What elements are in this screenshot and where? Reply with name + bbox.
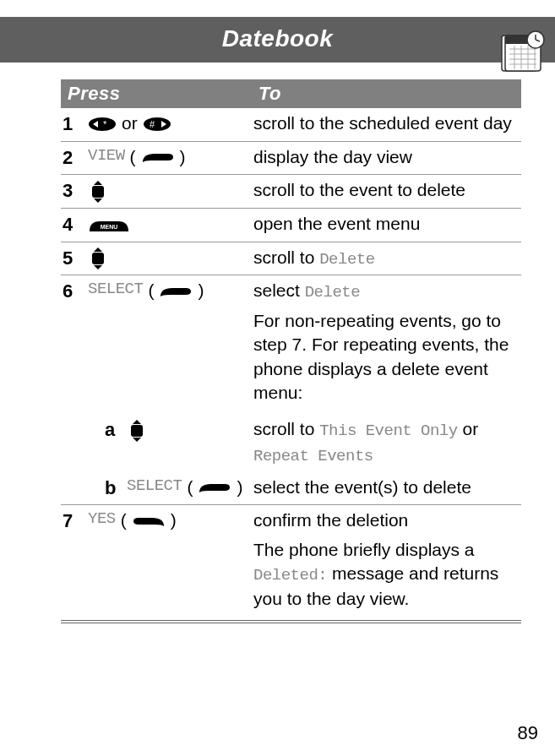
table-sub-row: b SELECT ( ) select the event(s) to dele… [61, 472, 521, 506]
svg-text:*: * [103, 119, 107, 129]
code-text: Delete [305, 283, 360, 302]
code-text: This Event Only [319, 422, 458, 440]
svg-marker-24 [94, 247, 102, 252]
to-cell: select Delete For non-repeating events, … [253, 279, 521, 410]
table-row: 7 YES ( ) confirm the deletion The phone… [61, 505, 521, 620]
sub-step-letter: b [105, 476, 127, 501]
page-number: 89 [518, 722, 538, 744]
step-number: 7 [61, 509, 88, 616]
extra-text: The phone briefly displays a Deleted: me… [253, 538, 518, 611]
step-number: 1 [61, 111, 88, 137]
svg-marker-29 [133, 438, 141, 442]
to-cell: select the event(s) to delete [253, 476, 521, 501]
to-text: scroll to [253, 247, 319, 267]
instruction-table: Press To 1 * or # scroll to the schedule… [0, 63, 555, 623]
step-number: 2 [61, 145, 88, 171]
open-paren: ( [130, 145, 136, 169]
press-cell: YES ( ) [88, 509, 253, 616]
table-row: 1 * or # scroll to the scheduled event d… [61, 108, 521, 142]
svg-text:#: # [150, 119, 155, 129]
extra-text: For non-repeating events, go to step 7. … [253, 309, 518, 405]
datebook-icon [499, 29, 545, 74]
svg-marker-22 [94, 199, 102, 203]
right-softkey-icon [198, 476, 231, 499]
to-cell: scroll to This Event Only or Repeat Even… [253, 417, 521, 467]
header-to: To [253, 79, 521, 108]
to-cell: scroll to Delete [253, 246, 521, 271]
close-paren: ) [198, 279, 204, 302]
left-key-icon: * [88, 111, 117, 135]
softkey-label: SELECT [127, 476, 182, 498]
code-text: Repeat Events [253, 447, 373, 465]
right-key-icon: # [143, 111, 171, 135]
menu-key-icon: MENU [88, 212, 130, 236]
sub-step-letter: a [105, 417, 127, 467]
svg-text:MENU: MENU [101, 224, 118, 230]
step-number: 4 [61, 212, 88, 237]
svg-rect-25 [92, 253, 104, 264]
press-cell: SELECT ( ) [88, 279, 253, 410]
press-cell [88, 246, 253, 271]
scroll-key-icon [127, 417, 147, 441]
press-cell [127, 417, 253, 467]
svg-point-17 [144, 117, 171, 131]
svg-marker-26 [94, 265, 102, 269]
svg-rect-21 [92, 186, 104, 198]
svg-point-14 [89, 117, 116, 131]
or-text: or [122, 111, 138, 135]
to-cell: open the event menu [253, 212, 521, 237]
step-number: 5 [61, 246, 88, 271]
table-row: 5 scroll to Delete [61, 242, 521, 276]
table-sub-row: a scroll to This Event Only or Repeat Ev… [61, 414, 521, 471]
to-cell: display the day view [253, 145, 521, 171]
close-paren: ) [237, 476, 242, 499]
softkey-label: YES [88, 509, 116, 530]
open-paren: ( [121, 509, 127, 532]
step-number: 6 [61, 279, 88, 410]
to-cell: scroll to the event to delete [253, 178, 521, 204]
page-title: Datebook [222, 25, 334, 52]
open-paren: ( [187, 476, 193, 499]
to-mid: or [458, 419, 479, 438]
to-cell: confirm the deletion The phone briefly d… [253, 509, 521, 616]
right-softkey-icon [159, 279, 193, 302]
right-softkey-icon [141, 145, 175, 169]
page-title-bar: Datebook [0, 17, 555, 63]
press-cell: * or # [88, 111, 253, 137]
svg-rect-28 [131, 425, 143, 437]
table-row: 6 SELECT ( ) select Delete For non-repea… [61, 275, 521, 414]
press-cell: SELECT ( ) [127, 476, 253, 501]
table-header-row: Press To [61, 79, 521, 108]
scroll-key-icon [88, 178, 108, 202]
to-text: confirm the deletion [253, 509, 518, 532]
left-softkey-icon [132, 509, 166, 532]
press-cell: MENU [88, 212, 253, 237]
table-row: 2 VIEW ( ) display the day view [61, 142, 521, 176]
table-end-rule [61, 620, 521, 623]
press-cell [88, 178, 253, 204]
table-row: 3 scroll to the event to delete [61, 175, 521, 209]
code-text: Delete [319, 250, 374, 269]
softkey-label: VIEW [88, 145, 125, 167]
open-paren: ( [148, 279, 154, 302]
scroll-key-icon [88, 246, 108, 269]
svg-marker-27 [133, 420, 141, 424]
svg-marker-20 [94, 181, 102, 185]
header-press: Press [61, 79, 253, 108]
to-text: select [253, 280, 305, 300]
step-number: 3 [61, 178, 88, 204]
table-row: 4 MENU open the event menu [61, 209, 521, 242]
close-paren: ) [171, 509, 177, 532]
to-text: scroll to [253, 419, 319, 438]
softkey-label: SELECT [88, 279, 143, 301]
press-cell: VIEW ( ) [88, 145, 253, 171]
close-paren: ) [180, 145, 186, 169]
code-text: Deleted: [253, 566, 327, 585]
to-cell: scroll to the scheduled event day [253, 111, 521, 137]
